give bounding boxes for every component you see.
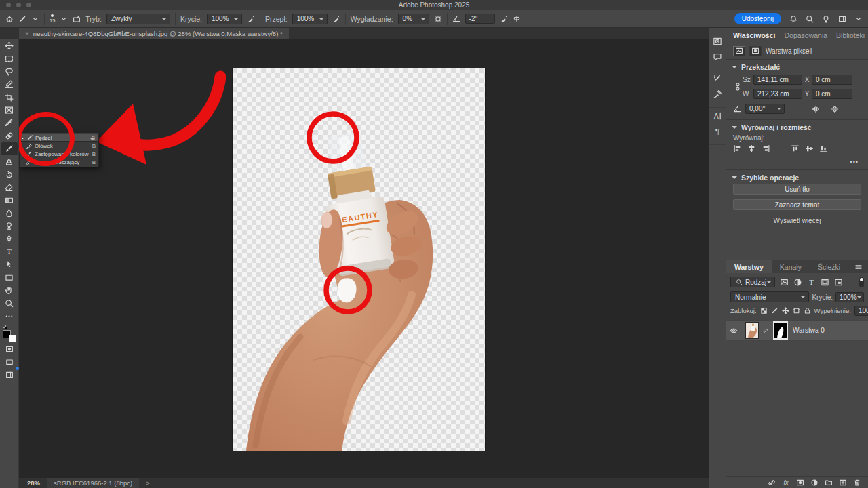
chevron-down-icon[interactable] (31, 15, 39, 23)
dist-bottom-icon[interactable] (819, 144, 828, 153)
tool-hand[interactable] (1, 284, 18, 297)
image-filter-icon[interactable] (780, 278, 789, 287)
smoothing-gear-icon[interactable] (434, 15, 442, 23)
transform-section-header[interactable]: Przekształć (726, 60, 868, 73)
tool-preset-brush-icon[interactable] (18, 15, 26, 23)
rotate-angle-field[interactable]: 0,00° (745, 104, 785, 114)
align-more-options[interactable]: ••• (726, 153, 868, 169)
share-button[interactable]: Udostępnij (734, 13, 781, 24)
align-left-icon[interactable] (733, 144, 742, 153)
flip-horizontal-icon[interactable] (812, 105, 820, 113)
tab-paths[interactable]: Ścieżki (810, 260, 848, 273)
smoothing-select[interactable]: 0% (398, 14, 429, 24)
tool-dodge[interactable] (1, 220, 18, 232)
layer-thumbnail[interactable] (745, 322, 759, 339)
tool-marquee[interactable] (1, 52, 18, 65)
type-icon[interactable]: T (807, 278, 816, 287)
tool-eraser[interactable] (1, 181, 18, 194)
align-right-icon[interactable] (762, 144, 770, 153)
tool-clone-stamp[interactable] (1, 155, 18, 168)
tool-blur[interactable] (1, 207, 18, 220)
panel-menu-icon[interactable] (854, 263, 868, 271)
canvas-document[interactable]: NEAUTHY (233, 68, 485, 451)
traffic-lights[interactable] (6, 3, 31, 7)
tab-layers[interactable]: Warstwy (726, 260, 772, 273)
quick-mask-icon[interactable] (1, 342, 18, 355)
plus-square-icon[interactable] (839, 479, 847, 487)
adjust-icon[interactable] (793, 278, 802, 287)
select-subject-button[interactable]: Zaznacz temat (733, 199, 861, 210)
checker-icon[interactable] (760, 307, 768, 314)
layer-mask-icon[interactable] (749, 46, 762, 56)
adjust-icon[interactable] (810, 479, 818, 487)
tool-path-selection[interactable] (1, 258, 18, 271)
align-section-header[interactable]: Wyrównaj i rozmieść (726, 120, 868, 134)
filter-type-select[interactable]: Rodzaj (730, 277, 775, 287)
show-more-link[interactable]: Wyświetl więcej (726, 215, 868, 230)
tool-pen[interactable] (1, 232, 18, 245)
artboard-icon[interactable] (793, 307, 800, 314)
lock-icon[interactable] (804, 307, 811, 314)
home-icon[interactable] (5, 15, 14, 23)
canvas-pasteboard[interactable]: NEAUTHY •PędzelBOłówekBZastępowanie kolo… (19, 39, 709, 478)
pressure-opacity-icon[interactable] (247, 15, 255, 23)
tab-channels[interactable]: Kanały (772, 260, 810, 273)
tool-healing-brush[interactable] (1, 129, 18, 142)
fill-field[interactable]: 100% (854, 306, 868, 316)
align-center-h-icon[interactable] (747, 144, 756, 153)
dist-top-icon[interactable] (791, 144, 800, 153)
pixel-layer-icon[interactable] (733, 46, 745, 56)
remove-background-button[interactable]: Usuń tło (733, 184, 861, 195)
tool-gradient[interactable] (1, 194, 18, 207)
tool-history-brush[interactable] (1, 168, 18, 181)
link-dimensions-icon[interactable] (733, 83, 743, 91)
frame-filter-icon[interactable] (821, 278, 829, 287)
tool-eyedropper[interactable] (1, 117, 18, 129)
screen-mode-icon[interactable] (1, 355, 18, 368)
height-field[interactable]: 212,23 cm (753, 89, 802, 99)
document-tab[interactable]: × neauthy-skincare-4Q8DbqGbRbE-unsplash.… (19, 28, 289, 39)
discover-bulb-icon[interactable] (822, 15, 830, 23)
brushes-icon[interactable] (713, 89, 722, 99)
notifications-bell-icon[interactable] (789, 15, 797, 23)
brush-settings-icon[interactable] (713, 74, 722, 83)
close-icon[interactable]: × (25, 30, 29, 37)
y-field[interactable]: 0 cm (812, 89, 852, 99)
layer-row-warstwa-0[interactable]: Warstwa 0 (726, 320, 868, 341)
blend-mode-select[interactable]: Normalnie (730, 291, 809, 302)
paragraph-icon[interactable]: ¶ (713, 127, 722, 136)
layer-mask-thumbnail[interactable] (773, 321, 788, 340)
brush-panel-toggle-icon[interactable] (73, 15, 81, 23)
tool-type[interactable]: T (1, 245, 18, 258)
move-icon[interactable] (782, 307, 789, 314)
smart-filter-icon[interactable] (834, 278, 843, 287)
mask-icon[interactable] (796, 479, 804, 487)
tool-lasso[interactable] (1, 65, 18, 78)
flip-vertical-icon[interactable] (831, 105, 839, 113)
tool-zoom[interactable] (1, 297, 18, 310)
search-icon[interactable] (806, 15, 814, 23)
symmetry-icon[interactable] (513, 15, 521, 23)
airbrush-icon[interactable] (332, 15, 340, 23)
flow-select[interactable]: 100% (292, 14, 328, 24)
dist-center-v-icon[interactable] (805, 144, 814, 153)
mode-select[interactable]: Zwykły (106, 14, 170, 24)
tool-crop[interactable] (1, 91, 18, 104)
filter-toggle[interactable] (859, 277, 864, 287)
trash-icon[interactable] (853, 479, 861, 487)
visibility-eye-icon[interactable] (726, 321, 741, 340)
status-chevron-icon[interactable]: > (146, 479, 150, 487)
color-swatches[interactable] (1, 325, 18, 342)
x-field[interactable]: 0 cm (812, 75, 852, 85)
brush-size-preview[interactable]: 15 (50, 14, 55, 24)
default-colors-icon[interactable] (3, 325, 6, 328)
fx-icon[interactable]: fx (782, 479, 790, 487)
history-panel-icon[interactable] (713, 37, 722, 46)
tool-shape-rect[interactable] (1, 271, 18, 284)
opacity-select[interactable]: 100% (207, 14, 242, 24)
chain-icon[interactable] (768, 479, 776, 487)
tool-object-selection[interactable] (1, 78, 18, 91)
character-icon[interactable]: A (713, 111, 722, 121)
quick-actions-header[interactable]: Szybkie operacje (726, 170, 868, 184)
background-color-swatch[interactable] (9, 335, 16, 342)
